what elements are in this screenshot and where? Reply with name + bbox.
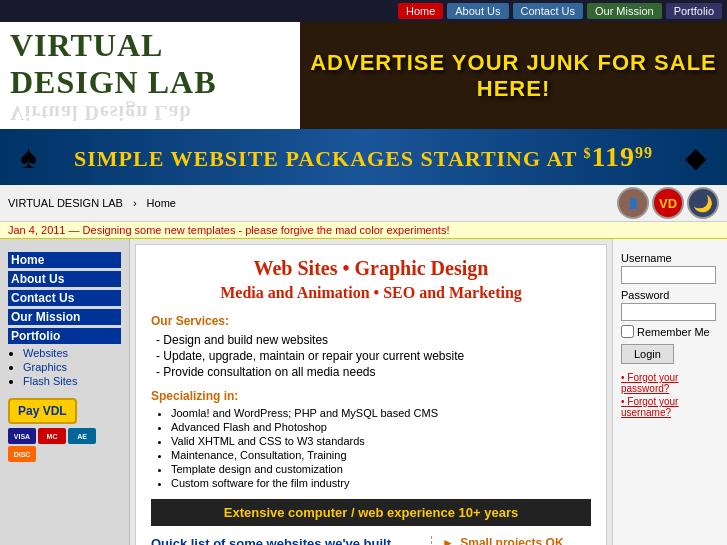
nav-mission-button[interactable]: Our Mission <box>587 3 662 19</box>
header: Virtual Design Lab Virtual Design Lab Ad… <box>0 22 727 129</box>
sidebar-item-graphics[interactable]: Graphics <box>23 360 121 374</box>
quick-list: Quick list of some websites we've built … <box>151 536 421 545</box>
thumb-vd: VD <box>652 187 684 219</box>
bottom-section: Quick list of some websites we've built … <box>151 536 591 545</box>
ad-text: Advertise Your Junk For Sale Here! <box>300 50 727 102</box>
password-label: Password <box>621 289 719 301</box>
thumb-moon: 🌙 <box>687 187 719 219</box>
breadcrumb-separator: › <box>133 197 137 209</box>
price-cents: 99 <box>635 144 653 161</box>
nav-about-button[interactable]: About Us <box>447 3 508 19</box>
thumb-person: 👤 <box>617 187 649 219</box>
nav-home-button[interactable]: Home <box>398 3 443 19</box>
promo-banner: ♠ Simple website packages starting at $1… <box>0 129 727 185</box>
banner-text: Simple website packages starting at $119… <box>74 141 653 173</box>
forgot-username-link[interactable]: Forgot your username? <box>621 396 719 418</box>
remember-me-checkbox[interactable] <box>621 325 634 338</box>
main-layout: Home About Us Contact Us Our Mission Por… <box>0 239 727 545</box>
forgot-password-link[interactable]: Forgot your password? <box>621 372 719 394</box>
site-thumbnails: 👤 VD 🌙 <box>617 187 719 219</box>
sidebar-link-contact[interactable]: Contact Us <box>8 290 121 306</box>
sidebar-item-websites[interactable]: Websites <box>23 346 121 360</box>
bullet-icon: ► <box>442 536 454 545</box>
sidebar-item-mission[interactable]: Our Mission <box>8 309 121 325</box>
username-input[interactable] <box>621 266 716 284</box>
pay-vdl-button[interactable]: Pay VDL <box>8 398 77 424</box>
service-item: Design and build new websites <box>151 333 591 347</box>
features-list: ► Small projects OK ► Experienced and de… <box>431 536 591 545</box>
sidebar-item-portfolio[interactable]: Portfolio Websites Graphics Flash Sites <box>8 328 121 388</box>
payment-icons: VISA MC AE DISC <box>8 428 121 462</box>
feature-small-projects: ► Small projects OK <box>442 536 591 545</box>
sidebar-item-contact[interactable]: Contact Us <box>8 290 121 306</box>
discover-icon: DISC <box>8 446 36 462</box>
right-panel: Username Password Remember Me Login Forg… <box>612 239 727 545</box>
specializations-list: Joomla! and WordPress; PHP and MySQL bas… <box>151 407 591 489</box>
mastercard-icon: MC <box>38 428 66 444</box>
feature-link[interactable]: Small projects OK <box>460 536 563 545</box>
sidebar-link-portfolio[interactable]: Portfolio <box>8 328 121 344</box>
banner-text-before: Simple website packages starting at <box>74 146 583 171</box>
quick-list-title: Quick list of some websites we've built <box>151 536 421 545</box>
service-item: Provide consultation on all media needs <box>151 365 591 379</box>
password-input[interactable] <box>621 303 716 321</box>
sidebar-link-about[interactable]: About Us <box>8 271 121 287</box>
spec-item: Maintenance, Consultation, Training <box>171 449 591 461</box>
sidebar-item-flash[interactable]: Flash Sites <box>23 374 121 388</box>
nav-portfolio-button[interactable]: Portfolio <box>666 3 722 19</box>
sidebar-item-about[interactable]: About Us <box>8 271 121 287</box>
spec-item: Joomla! and WordPress; PHP and MySQL bas… <box>171 407 591 419</box>
login-links: Forgot your password? Forgot your userna… <box>621 372 719 418</box>
main-content: Web Sites • Graphic Design Media and Ani… <box>135 244 607 545</box>
spec-item: Advanced Flash and Photoshop <box>171 421 591 433</box>
sidebar-link-websites[interactable]: Websites <box>23 347 68 359</box>
sidebar-link-graphics[interactable]: Graphics <box>23 361 67 373</box>
amex-icon: AE <box>68 428 96 444</box>
top-navigation: Home About Us Contact Us Our Mission Por… <box>0 0 727 22</box>
spec-item: Valid XHTML and CSS to W3 standards <box>171 435 591 447</box>
breadcrumb-site: VIRTUAL DESIGN LAB <box>8 197 123 209</box>
sidebar: Home About Us Contact Us Our Mission Por… <box>0 239 130 545</box>
login-button[interactable]: Login <box>621 344 674 364</box>
advertisement-area[interactable]: Advertise Your Junk For Sale Here! <box>300 22 727 129</box>
nav-contact-button[interactable]: Contact Us <box>513 3 583 19</box>
diamond-icon: ◆ <box>685 141 707 174</box>
login-box: Username Password Remember Me Login Forg… <box>621 252 719 418</box>
price-dollars: 119 <box>591 141 634 172</box>
username-label: Username <box>621 252 719 264</box>
remember-me-row: Remember Me <box>621 325 719 338</box>
specializing-heading: Specializing in: <box>151 389 591 403</box>
breadcrumb-page: Home <box>147 197 176 209</box>
sidebar-item-home[interactable]: Home <box>8 252 121 268</box>
sidebar-nav: Home About Us Contact Us Our Mission Por… <box>8 252 121 388</box>
spec-item: Template design and customization <box>171 463 591 475</box>
banner-price: $11999 <box>583 146 652 171</box>
content-title: Web Sites • Graphic Design <box>151 257 591 280</box>
spec-item: Custom software for the film industry <box>171 477 591 489</box>
service-item: Update, upgrade, maintain or repair your… <box>151 349 591 363</box>
services-list: Design and build new websites Update, up… <box>151 333 591 379</box>
sidebar-link-flash[interactable]: Flash Sites <box>23 375 77 387</box>
spade-icon: ♠ <box>20 139 37 176</box>
alert-text: Jan 4, 2011 — Designing some new templat… <box>8 224 449 236</box>
logo-reflection: Virtual Design Lab <box>10 101 290 124</box>
breadcrumb-bar: VIRTUAL DESIGN LAB › Home 👤 VD 🌙 <box>0 185 727 222</box>
visa-icon: VISA <box>8 428 36 444</box>
content-subtitle: Media and Animation • SEO and Marketing <box>151 284 591 302</box>
logo-area: Virtual Design Lab Virtual Design Lab <box>0 22 300 129</box>
sidebar-link-home[interactable]: Home <box>8 252 121 268</box>
alert-bar: Jan 4, 2011 — Designing some new templat… <box>0 222 727 239</box>
services-heading: Our Services: <box>151 314 591 328</box>
sidebar-link-mission[interactable]: Our Mission <box>8 309 121 325</box>
experience-bar: Extensive computer / web experience 10+ … <box>151 499 591 526</box>
remember-me-label: Remember Me <box>637 326 710 338</box>
site-logo: Virtual Design Lab <box>10 27 290 101</box>
